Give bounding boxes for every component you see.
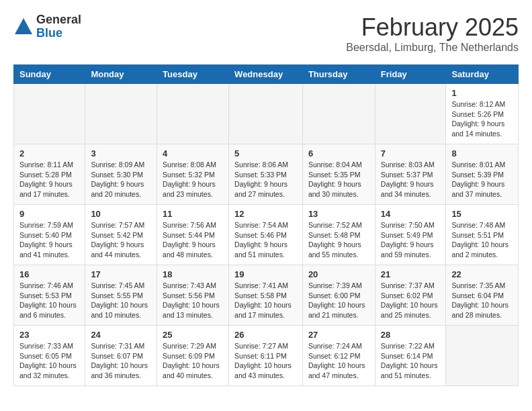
- calendar-cell: 20Sunrise: 7:39 AM Sunset: 6:00 PM Dayli…: [302, 265, 375, 326]
- calendar-cell: 17Sunrise: 7:45 AM Sunset: 5:55 PM Dayli…: [85, 265, 157, 326]
- day-number: 7: [381, 148, 441, 158]
- calendar-cell: 4Sunrise: 8:08 AM Sunset: 5:32 PM Daylig…: [157, 144, 229, 205]
- calendar-cell: [157, 84, 229, 144]
- day-info: Sunrise: 7:54 AM Sunset: 5:46 PM Dayligh…: [234, 220, 297, 260]
- calendar-cell: 24Sunrise: 7:31 AM Sunset: 6:07 PM Dayli…: [85, 326, 157, 386]
- calendar-cell: 5Sunrise: 8:06 AM Sunset: 5:33 PM Daylig…: [229, 144, 303, 205]
- calendar-cell: [446, 326, 519, 386]
- day-number: 6: [308, 148, 369, 158]
- logo: General Blue: [13, 13, 81, 40]
- day-info: Sunrise: 7:52 AM Sunset: 5:48 PM Dayligh…: [308, 220, 369, 260]
- calendar-cell: [85, 84, 157, 144]
- day-number: 5: [234, 148, 297, 158]
- day-number: 21: [381, 269, 441, 279]
- day-number: 15: [451, 209, 513, 219]
- day-info: Sunrise: 8:11 AM Sunset: 5:28 PM Dayligh…: [19, 160, 79, 199]
- calendar-cell: 11Sunrise: 7:56 AM Sunset: 5:44 PM Dayli…: [157, 205, 229, 265]
- day-info: Sunrise: 7:57 AM Sunset: 5:42 PM Dayligh…: [91, 220, 151, 260]
- day-info: Sunrise: 7:24 AM Sunset: 6:12 PM Dayligh…: [308, 341, 369, 381]
- location-title: Beersdal, Limburg, The Netherlands: [346, 42, 519, 54]
- day-number: 20: [308, 269, 369, 279]
- calendar-cell: 21Sunrise: 7:37 AM Sunset: 6:02 PM Dayli…: [375, 265, 446, 326]
- day-number: 3: [91, 148, 151, 158]
- day-info: Sunrise: 8:06 AM Sunset: 5:33 PM Dayligh…: [234, 160, 297, 199]
- logo-general-text: General: [36, 13, 81, 27]
- day-number: 8: [451, 148, 513, 158]
- weekday-header-row: SundayMondayTuesdayWednesdayThursdayFrid…: [14, 65, 519, 84]
- day-number: 2: [19, 148, 79, 158]
- calendar-cell: 15Sunrise: 7:48 AM Sunset: 5:51 PM Dayli…: [446, 205, 519, 265]
- calendar-week-row: 23Sunrise: 7:33 AM Sunset: 6:05 PM Dayli…: [14, 326, 519, 386]
- calendar-cell: [229, 84, 303, 144]
- day-info: Sunrise: 8:12 AM Sunset: 5:26 PM Dayligh…: [451, 99, 513, 139]
- weekday-header-sunday: Sunday: [14, 65, 85, 84]
- weekday-header-thursday: Thursday: [302, 65, 375, 84]
- weekday-header-wednesday: Wednesday: [229, 65, 303, 84]
- day-info: Sunrise: 7:29 AM Sunset: 6:09 PM Dayligh…: [163, 341, 223, 381]
- day-number: 13: [308, 209, 369, 219]
- day-info: Sunrise: 7:33 AM Sunset: 6:05 PM Dayligh…: [19, 341, 79, 381]
- day-number: 27: [308, 330, 369, 340]
- day-number: 26: [234, 330, 297, 340]
- calendar-cell: 28Sunrise: 7:22 AM Sunset: 6:14 PM Dayli…: [375, 326, 446, 386]
- day-info: Sunrise: 8:09 AM Sunset: 5:30 PM Dayligh…: [91, 160, 151, 199]
- logo-icon: [13, 17, 34, 37]
- day-number: 25: [163, 330, 223, 340]
- day-number: 22: [451, 269, 513, 279]
- day-info: Sunrise: 7:31 AM Sunset: 6:07 PM Dayligh…: [91, 341, 151, 381]
- calendar-cell: [302, 84, 375, 144]
- weekday-header-tuesday: Tuesday: [157, 65, 229, 84]
- day-info: Sunrise: 7:56 AM Sunset: 5:44 PM Dayligh…: [163, 220, 223, 260]
- month-title: February 2025: [346, 13, 519, 42]
- day-info: Sunrise: 7:37 AM Sunset: 6:02 PM Dayligh…: [381, 281, 441, 320]
- day-number: 16: [19, 269, 79, 279]
- day-info: Sunrise: 8:08 AM Sunset: 5:32 PM Dayligh…: [163, 160, 223, 199]
- day-info: Sunrise: 7:27 AM Sunset: 6:11 PM Dayligh…: [234, 341, 297, 381]
- page-header: General Blue February 2025 Beersdal, Lim…: [13, 13, 519, 54]
- day-number: 23: [19, 330, 79, 340]
- calendar-cell: 27Sunrise: 7:24 AM Sunset: 6:12 PM Dayli…: [302, 326, 375, 386]
- day-info: Sunrise: 7:59 AM Sunset: 5:40 PM Dayligh…: [19, 220, 79, 260]
- calendar-cell: 12Sunrise: 7:54 AM Sunset: 5:46 PM Dayli…: [229, 205, 303, 265]
- calendar-cell: 25Sunrise: 7:29 AM Sunset: 6:09 PM Dayli…: [157, 326, 229, 386]
- day-number: 9: [19, 209, 79, 219]
- day-number: 24: [91, 330, 151, 340]
- day-number: 18: [163, 269, 223, 279]
- logo-blue-text: Blue: [36, 27, 81, 40]
- calendar-cell: 7Sunrise: 8:03 AM Sunset: 5:37 PM Daylig…: [375, 144, 446, 205]
- day-number: 1: [451, 88, 513, 98]
- calendar-cell: 14Sunrise: 7:50 AM Sunset: 5:49 PM Dayli…: [375, 205, 446, 265]
- calendar-cell: 9Sunrise: 7:59 AM Sunset: 5:40 PM Daylig…: [14, 205, 85, 265]
- calendar-cell: [14, 84, 85, 144]
- weekday-header-friday: Friday: [375, 65, 446, 84]
- calendar-cell: 10Sunrise: 7:57 AM Sunset: 5:42 PM Dayli…: [85, 205, 157, 265]
- day-info: Sunrise: 7:22 AM Sunset: 6:14 PM Dayligh…: [381, 341, 441, 381]
- day-info: Sunrise: 8:03 AM Sunset: 5:37 PM Dayligh…: [381, 160, 441, 199]
- day-info: Sunrise: 7:48 AM Sunset: 5:51 PM Dayligh…: [451, 220, 513, 260]
- calendar-cell: 6Sunrise: 8:04 AM Sunset: 5:35 PM Daylig…: [302, 144, 375, 205]
- calendar-cell: 2Sunrise: 8:11 AM Sunset: 5:28 PM Daylig…: [14, 144, 85, 205]
- calendar-week-row: 2Sunrise: 8:11 AM Sunset: 5:28 PM Daylig…: [14, 144, 519, 205]
- calendar-cell: 13Sunrise: 7:52 AM Sunset: 5:48 PM Dayli…: [302, 205, 375, 265]
- calendar-cell: 23Sunrise: 7:33 AM Sunset: 6:05 PM Dayli…: [14, 326, 85, 386]
- calendar-cell: 26Sunrise: 7:27 AM Sunset: 6:11 PM Dayli…: [229, 326, 303, 386]
- calendar-table: SundayMondayTuesdayWednesdayThursdayFrid…: [13, 64, 519, 386]
- day-info: Sunrise: 7:45 AM Sunset: 5:55 PM Dayligh…: [91, 281, 151, 320]
- calendar-cell: [375, 84, 446, 144]
- calendar-cell: 8Sunrise: 8:01 AM Sunset: 5:39 PM Daylig…: [446, 144, 519, 205]
- day-number: 19: [234, 269, 297, 279]
- day-info: Sunrise: 7:46 AM Sunset: 5:53 PM Dayligh…: [19, 281, 79, 320]
- day-number: 10: [91, 209, 151, 219]
- weekday-header-saturday: Saturday: [446, 65, 519, 84]
- day-number: 28: [381, 330, 441, 340]
- day-number: 4: [163, 148, 223, 158]
- svg-marker-0: [15, 18, 32, 34]
- calendar-cell: 22Sunrise: 7:35 AM Sunset: 6:04 PM Dayli…: [446, 265, 519, 326]
- day-number: 17: [91, 269, 151, 279]
- calendar-cell: 19Sunrise: 7:41 AM Sunset: 5:58 PM Dayli…: [229, 265, 303, 326]
- weekday-header-monday: Monday: [85, 65, 157, 84]
- day-info: Sunrise: 7:50 AM Sunset: 5:49 PM Dayligh…: [381, 220, 441, 260]
- day-info: Sunrise: 7:35 AM Sunset: 6:04 PM Dayligh…: [451, 281, 513, 320]
- day-info: Sunrise: 7:39 AM Sunset: 6:00 PM Dayligh…: [308, 281, 369, 320]
- day-info: Sunrise: 7:41 AM Sunset: 5:58 PM Dayligh…: [234, 281, 297, 320]
